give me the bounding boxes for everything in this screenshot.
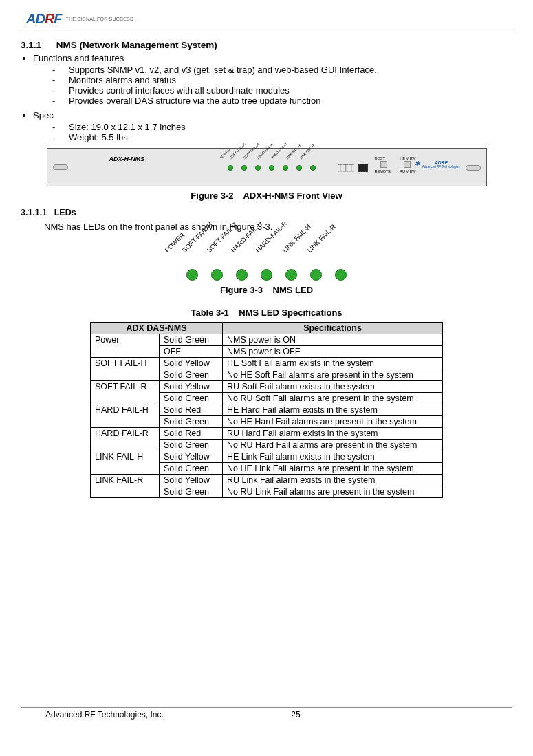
cell-desc: No RU Hard Fail alarms are present in th… bbox=[223, 440, 443, 451]
section-title: NMS (Network Management System) bbox=[56, 40, 217, 50]
figure-3-3-caption: Figure 3-3 NMS LED bbox=[21, 285, 512, 295]
cell-led: SOFT FAIL-H bbox=[91, 358, 160, 381]
table-row: SOFT FAIL-RSolid YellowRU Soft Fail alar… bbox=[91, 381, 443, 393]
led-dot-icon bbox=[335, 269, 347, 281]
cell-desc: RU Link Fail alarm exists in the system bbox=[223, 475, 443, 486]
star-icon: ✶ bbox=[414, 160, 420, 169]
cell-state: Solid Yellow bbox=[160, 451, 223, 463]
led-dot-icon bbox=[186, 269, 198, 281]
panel-model-label: ADX-H-NMS bbox=[109, 155, 145, 162]
page: ADRF THE SIGNAL FOR SUCCESS 3.1.1 NMS (N… bbox=[0, 0, 533, 729]
cell-desc: HE Soft Fail alarm exists in the system bbox=[223, 358, 443, 369]
brand-logo: ADRF bbox=[26, 11, 62, 27]
cell-desc: No HE Hard Fail alarms are present in th… bbox=[223, 416, 443, 428]
cell-desc: RU Soft Fail alarm exists in the system bbox=[223, 381, 443, 393]
cell-state: Solid Green bbox=[160, 440, 223, 451]
list-item: Supports SNMP v1, v2, and v3 (get, set &… bbox=[52, 65, 512, 75]
top-bullets: Functions and features Supports SNMP v1,… bbox=[33, 53, 512, 142]
cell-desc: No HE Link Fail alarms are present in th… bbox=[223, 463, 443, 475]
spec-table-body: PowerSolid GreenNMS power is ONOFFNMS po… bbox=[91, 334, 443, 498]
bullet-functions: Functions and features Supports SNMP v1,… bbox=[33, 53, 512, 106]
cell-desc: HE Link Fail alarm exists in the system bbox=[223, 451, 443, 463]
functions-heading: Functions and features bbox=[33, 53, 124, 63]
bullet-spec: Spec Size: 19.0 x 12.1 x 1.7 inches Weig… bbox=[33, 110, 512, 142]
cell-desc: No RU Link Fail alarms are present in th… bbox=[223, 486, 443, 498]
cell-state: Solid Green bbox=[160, 393, 223, 404]
led-dot-icon bbox=[283, 165, 288, 171]
fig-label: Figure 3-2 bbox=[191, 191, 233, 201]
brand-tagline: THE SIGNAL FOR SUCCESS bbox=[66, 17, 133, 21]
logo-ad: AD bbox=[26, 11, 45, 26]
page-footer: Advanced RF Technologies, Inc. 25 bbox=[21, 707, 512, 720]
cell-led: HARD FAIL-H bbox=[91, 404, 160, 428]
logo-r: R bbox=[45, 11, 54, 26]
network-icon: ⌶⌶⌶ bbox=[338, 162, 354, 173]
cell-state: Solid Red bbox=[160, 404, 223, 416]
subsection-title: LEDs bbox=[54, 208, 76, 217]
subsection-heading: 3.1.1.1 LEDs bbox=[21, 208, 512, 217]
cell-desc: RU Hard Fail alarm exists in the system bbox=[223, 428, 443, 440]
switch-label: HOST bbox=[375, 156, 385, 160]
spec-table: ADX DAS-NMS Specifications PowerSolid Gr… bbox=[90, 322, 443, 498]
table-title: NMS LED Specifications bbox=[239, 307, 342, 318]
subsection-number: 3.1.1.1 bbox=[21, 208, 47, 217]
panel-port-icons: ⌶⌶⌶ bbox=[338, 162, 368, 173]
led-dot-icon bbox=[296, 165, 302, 171]
section-number: 3.1.1 bbox=[21, 40, 54, 50]
panel-brand-sub: Advanced RF Technologies bbox=[422, 165, 460, 169]
switch-label: RU VIEW bbox=[400, 169, 416, 173]
fig-title: ADX-H-NMS Front View bbox=[243, 191, 342, 201]
front-panel: ADX-H-NMS POWERSOFT FAIL-HSOFT FAIL-RHAR… bbox=[47, 148, 487, 186]
cell-state: Solid Green bbox=[160, 416, 223, 428]
cell-desc: NMS power is ON bbox=[223, 334, 443, 346]
list-item: Size: 19.0 x 12.1 x 1.7 inches bbox=[52, 122, 512, 132]
logo-f: F bbox=[54, 11, 61, 26]
cell-led: SOFT FAIL-R bbox=[91, 381, 160, 404]
panel-brand-text: ADRF bbox=[434, 160, 447, 165]
table-row: LINK FAIL-HSolid YellowHE Link Fail alar… bbox=[91, 451, 443, 463]
big-led: LINK FAIL-R bbox=[334, 240, 348, 281]
led-dot-icon bbox=[285, 269, 297, 281]
led-dot-icon bbox=[228, 165, 233, 171]
table-3-1-caption: Table 3-1 NMS LED Specifications bbox=[21, 307, 512, 318]
cell-desc: No RU Soft Fail alarms are present in th… bbox=[223, 393, 443, 404]
figure-3-2-caption: Figure 3-2 ADX-H-NMS Front View bbox=[21, 191, 512, 201]
panel-led: LINK FAIL-R bbox=[309, 154, 317, 171]
cell-state: Solid Yellow bbox=[160, 358, 223, 369]
panel-led-row: POWERSOFT FAIL-HSOFT FAIL-RHARD FAIL-HHA… bbox=[226, 154, 317, 171]
table-header-row: ADX DAS-NMS Specifications bbox=[91, 323, 443, 334]
led-dot-icon bbox=[310, 165, 316, 171]
cell-state: Solid Green bbox=[160, 369, 223, 381]
cell-desc: No HE Soft Fail alarms are present in th… bbox=[223, 369, 443, 381]
cell-state: Solid Yellow bbox=[160, 381, 223, 393]
mount-left-icon bbox=[53, 164, 68, 170]
led-dot-icon bbox=[310, 269, 322, 281]
cell-led: LINK FAIL-R bbox=[91, 475, 160, 498]
switch-block: HOST HE VIEW REMOTE RU VIEW bbox=[375, 156, 416, 173]
list-item: Monitors alarms and status bbox=[52, 75, 512, 85]
fig-title: NMS LED bbox=[273, 285, 314, 295]
led-dot-icon bbox=[261, 269, 272, 281]
cell-desc: NMS power is OFF bbox=[223, 346, 443, 358]
cell-state: Solid Green bbox=[160, 463, 223, 475]
table-row: SOFT FAIL-HSolid YellowHE Soft Fail alar… bbox=[91, 358, 443, 369]
cell-led: Power bbox=[91, 334, 160, 358]
section-heading: 3.1.1 NMS (Network Management System) bbox=[21, 40, 512, 50]
led-dot-icon bbox=[241, 165, 247, 171]
table-header: ADX DAS-NMS bbox=[91, 323, 223, 334]
figure-3-2: ADX-H-NMS POWERSOFT FAIL-HSOFT FAIL-RHAR… bbox=[21, 148, 512, 186]
cell-state: OFF bbox=[160, 346, 223, 358]
spec-list: Size: 19.0 x 12.1 x 1.7 inches Weight: 5… bbox=[52, 122, 512, 142]
switch-icon bbox=[404, 161, 411, 168]
panel-brand: ✶ ADRF Advanced RF Technologies bbox=[414, 160, 460, 169]
table-row: LINK FAIL-RSolid YellowRU Link Fail alar… bbox=[91, 475, 443, 486]
table-row: PowerSolid GreenNMS power is ON bbox=[91, 334, 443, 346]
cell-led: LINK FAIL-H bbox=[91, 451, 160, 475]
cell-state: Solid Green bbox=[160, 486, 223, 498]
functions-list: Supports SNMP v1, v2, and v3 (get, set &… bbox=[52, 65, 512, 106]
fig-label: Figure 3-3 bbox=[220, 285, 263, 295]
led-dot-icon bbox=[236, 269, 248, 281]
cell-state: Solid Green bbox=[160, 334, 223, 346]
led-dot-icon bbox=[255, 165, 261, 171]
led-dot-icon bbox=[211, 269, 223, 281]
